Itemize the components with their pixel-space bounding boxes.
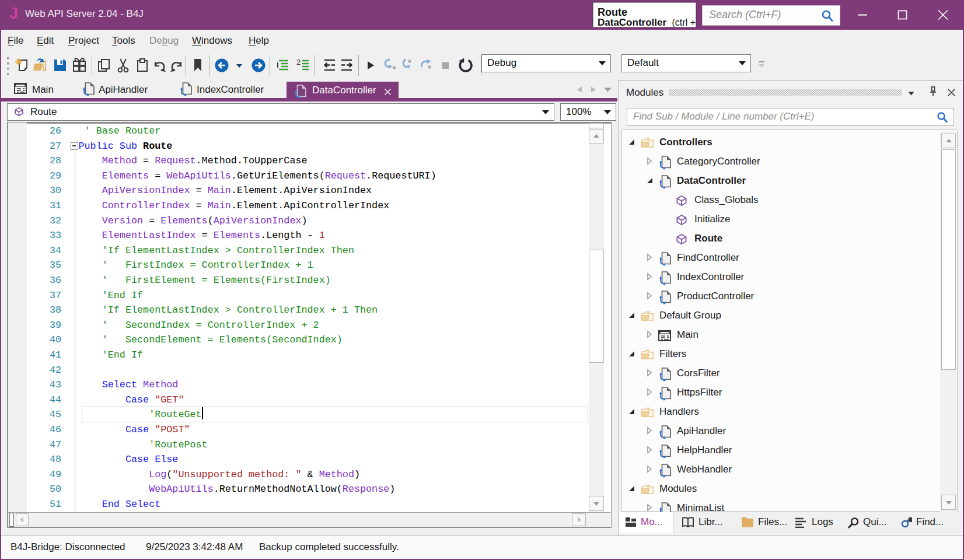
svg-text:2: 2 (296, 58, 301, 66)
